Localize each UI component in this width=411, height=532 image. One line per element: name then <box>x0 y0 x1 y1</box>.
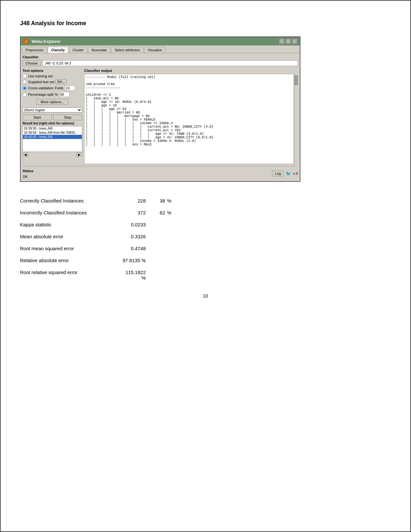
result-list-label: Result list (right-click for options) <box>23 122 82 125</box>
classifier-output-box[interactable]: ---------- Model (full training set) J48… <box>84 74 294 164</box>
radio-cross-validation-label: Cross-validation <box>28 86 54 90</box>
radio-cross-validation: Cross-validation Folds <box>23 85 82 91</box>
bird-icon: 🐦 <box>286 171 291 176</box>
stat-value-4: 0.4748 <box>120 246 146 251</box>
stat-value-5: 97.8135 % <box>120 258 146 263</box>
minimize-button[interactable]: − <box>279 39 284 44</box>
stat-label-4: Root mean squared error <box>20 246 120 251</box>
radio-use-training: Use training set <box>23 74 82 78</box>
more-options-button[interactable]: More options... <box>36 99 68 105</box>
radio-use-training-input[interactable] <box>23 74 27 78</box>
result-item-2[interactable]: 16:40:05 - trees.J48 <box>23 135 82 139</box>
output-wrapper: ---------- Model (full training set) J48… <box>84 74 298 164</box>
stat-value-6: 115.1822 % <box>120 270 146 281</box>
weka-window: ⊙ Weka Explorer − □ × Preprocess Classif… <box>20 36 300 182</box>
classifier-section-label: Classifier <box>23 55 298 59</box>
stop-button[interactable]: Stop <box>53 114 83 120</box>
weka-body: Classifier Choose J48 -C 0.25 -M 2 Test … <box>21 53 300 181</box>
stat-label-6: Root relative squared error <box>20 270 120 275</box>
stat-value-2: 0.0233 <box>120 222 146 227</box>
tab-bar: Preprocess Classify Cluster Associate Se… <box>21 45 300 53</box>
pct-label: % <box>55 93 58 96</box>
stat-value-0: 228 <box>120 198 146 203</box>
status-label: Status <box>23 169 34 173</box>
status-bar: Status OK Log 🐦 x 0 <box>23 166 298 179</box>
tab-visualize[interactable]: Visualize <box>144 47 165 53</box>
tab-cluster[interactable]: Cluster <box>69 47 87 53</box>
set-button[interactable]: Set... <box>55 79 66 84</box>
page-title: J48 Analysis for Income <box>20 20 391 27</box>
stat-row-0: Correctly Classified Instances 228 38 % <box>20 198 213 203</box>
radio-pct-split: Percentage split % <box>23 92 82 97</box>
stat-pct-0: % <box>167 198 171 203</box>
scrollbar-thumb[interactable] <box>295 75 298 85</box>
weka-app-icon: ⊙ <box>23 38 29 44</box>
choose-button[interactable]: Choose <box>23 60 41 66</box>
stat-extra-1: 62 <box>149 210 165 215</box>
start-stop-row: Start Stop <box>23 114 82 120</box>
left-panel: Test options Use training set Supplied t… <box>23 69 82 164</box>
weka-title: Weka Explorer <box>32 39 61 44</box>
folds-input[interactable] <box>65 85 75 91</box>
status-right: Log 🐦 x 0 <box>272 171 298 176</box>
result-item-0[interactable]: 16:39:30 - trees.J48 <box>23 126 82 131</box>
tab-associate[interactable]: Associate <box>88 47 111 53</box>
tab-preprocess[interactable]: Preprocess <box>22 47 47 53</box>
test-options-label: Test options <box>23 69 82 73</box>
tab-classify[interactable]: Classify <box>48 47 68 53</box>
main-area: Test options Use training set Supplied t… <box>23 69 298 164</box>
stat-label-1: Incorrectly Classified Instances <box>20 210 120 215</box>
start-button[interactable]: Start <box>23 114 52 120</box>
scroll-right-button[interactable]: ▶ <box>76 153 82 157</box>
stat-pct-1: % <box>167 210 171 215</box>
pct-input[interactable] <box>59 92 70 97</box>
page-wrapper: J48 Analysis for Income ⊙ Weka Explorer … <box>20 20 391 299</box>
tab-select-attributes[interactable]: Select attributes <box>111 47 143 53</box>
classifier-output-label: Classifier output <box>84 69 298 73</box>
stat-row-1: Incorrectly Classified Instances 372 62 … <box>20 210 213 215</box>
region-dropdown[interactable]: (Nom) region <box>23 107 82 113</box>
classifier-row: Choose J48 -C 0.25 -M 2 <box>23 60 298 66</box>
scroll-arrows: ◀ ▶ <box>23 153 82 157</box>
radio-pct-split-input[interactable] <box>23 93 27 97</box>
titlebar-left: ⊙ Weka Explorer <box>23 38 61 44</box>
status-left: Status OK <box>23 168 34 179</box>
radio-supplied-test-label: Supplied test set <box>28 80 54 84</box>
page-number: 10 <box>20 293 391 299</box>
folds-label: Folds <box>55 86 64 90</box>
stat-row-5: Relative absolute error 97.8135 % <box>20 258 213 263</box>
stat-label-3: Mean absolute error <box>20 234 120 239</box>
stat-row-2: Kappa statistic 0.0233 <box>20 222 213 227</box>
stat-label-0: Correctly Classified Instances <box>20 198 120 203</box>
classifier-value: J48 -C 0.25 -M 2 <box>43 60 298 66</box>
log-button[interactable]: Log <box>272 171 284 176</box>
scrollbar-track[interactable] <box>294 74 298 164</box>
stat-row-4: Root mean squared error 0.4748 <box>20 246 213 251</box>
radio-use-training-label: Use training set <box>28 74 53 78</box>
stat-label-2: Kappa statistic <box>20 222 120 227</box>
stat-row-3: Mean absolute error 0.3326 <box>20 234 213 239</box>
result-list[interactable]: 16:39:30 - trees.J48 16:39:59 - trees.J4… <box>23 126 82 152</box>
radio-cross-validation-input[interactable] <box>23 86 27 90</box>
result-item-1[interactable]: 16:39:59 - trees.J48 from file '69691 <box>23 131 82 135</box>
stat-value-1: 372 <box>120 210 146 215</box>
status-ok: OK <box>23 175 28 179</box>
radio-pct-split-label: Percentage split <box>28 93 54 96</box>
maximize-button[interactable]: □ <box>286 39 291 44</box>
statistics-section: Correctly Classified Instances 228 38 % … <box>20 198 213 281</box>
stat-label-5: Relative absolute error <box>20 258 120 263</box>
stat-extra-0: 38 <box>149 198 165 203</box>
radio-supplied-test-input[interactable] <box>23 80 27 84</box>
weka-titlebar: ⊙ Weka Explorer − □ × <box>21 37 300 45</box>
close-button[interactable]: × <box>292 39 297 44</box>
scroll-left-button[interactable]: ◀ <box>23 153 28 157</box>
x-count: x 0 <box>293 172 298 175</box>
stat-value-3: 0.3326 <box>120 234 146 239</box>
stat-row-6: Root relative squared error 115.1822 % <box>20 270 213 281</box>
window-controls: − □ × <box>279 39 297 44</box>
right-panel: Classifier output ---------- Model (full… <box>84 69 298 164</box>
radio-supplied-test: Supplied test set Set... <box>23 79 82 84</box>
